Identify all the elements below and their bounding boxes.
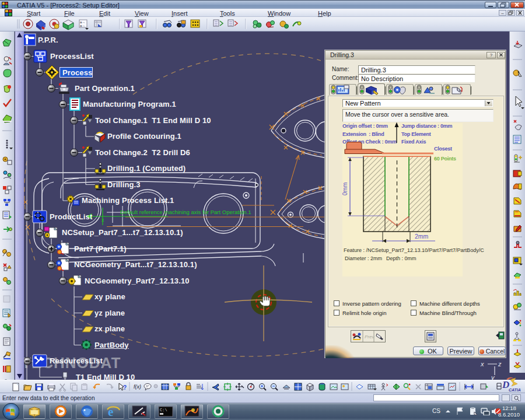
svg-text:CATIA: CATIA [509,388,521,392]
svg-text:x: x [480,360,484,368]
svg-text:f(x): f(x) [134,384,141,390]
svg-text:a→: a→ [80,24,85,27]
svg-text:Prev: Prev [365,334,374,340]
svg-text:z: z [498,360,502,368]
svg-text:C:\: C:\ [160,408,167,412]
svg-text:?: ? [123,384,127,391]
svg-text:0mm: 0mm [342,183,348,195]
svg-text:2mm: 2mm [415,233,429,240]
